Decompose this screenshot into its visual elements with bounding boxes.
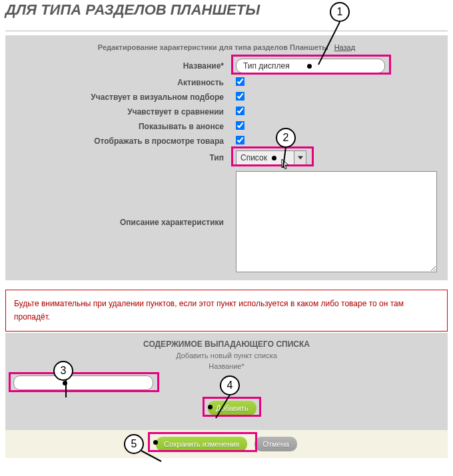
add-button[interactable]: Добавить [208, 401, 256, 415]
label-desc: Описание характеристики [9, 171, 236, 227]
back-link[interactable]: Назад [334, 43, 356, 51]
edit-panel: Редактирование характеристики для типа р… [5, 35, 448, 280]
page-title: ДЛЯ ТИПА РАЗДЕЛОВ ПЛАНШЕТЫ [5, 0, 448, 31]
label-announce: Показывать в анонсе [9, 122, 236, 131]
label-visual: Участвует в визуальном подборе [9, 93, 236, 102]
chevron-down-icon[interactable] [294, 151, 306, 164]
panel-header-text: Редактирование характеристики для типа р… [98, 43, 328, 51]
compare-checkbox[interactable] [236, 107, 245, 116]
name-input[interactable] [236, 59, 385, 73]
list-section-title: СОДЕРЖИМОЕ ВЫПАДАЮЩЕГО СПИСКА [9, 337, 444, 352]
active-checkbox[interactable] [236, 77, 245, 87]
desc-textarea[interactable] [236, 171, 437, 272]
announce-checkbox[interactable] [236, 121, 245, 130]
cancel-button[interactable]: Отмена [254, 437, 296, 451]
panel-header: Редактирование характеристики для типа р… [9, 42, 444, 57]
type-select[interactable]: Список [236, 150, 306, 165]
product-view-checkbox[interactable] [236, 136, 245, 145]
visual-checkbox[interactable] [236, 92, 245, 101]
label-active: Активность [9, 78, 236, 87]
list-panel: СОДЕРЖИМОЕ ВЫПАДАЮЩЕГО СПИСКА Добавить н… [5, 333, 448, 430]
label-name: Название* [9, 61, 236, 71]
list-item-input[interactable] [13, 375, 153, 390]
list-field-label: Название* [9, 362, 444, 375]
label-compare: Учавствует в сравнении [9, 107, 236, 117]
warning-box: Будьте внимательны при удалении пунктов,… [5, 290, 448, 332]
list-section-subtitle: Добавить новый пункт списка [9, 352, 444, 362]
label-type: Тип [9, 153, 236, 162]
label-product-view: Отображать в просмотре товара [9, 136, 236, 146]
footer-bar: Сохранить изменения Отмена [5, 430, 448, 458]
save-button[interactable]: Сохранить изменения [156, 437, 247, 451]
